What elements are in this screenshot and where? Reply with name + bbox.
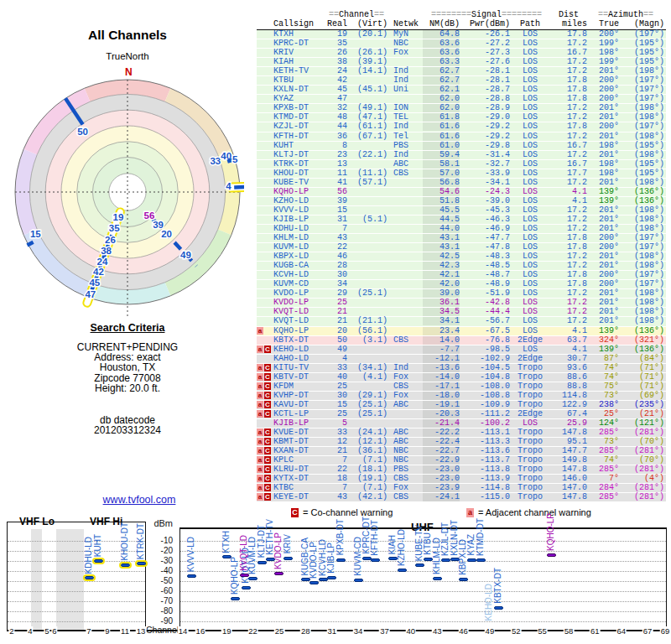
- cell-mi: 17.8: [550, 243, 587, 252]
- cell-real: 38: [325, 58, 347, 66]
- cell-virt: (26.1): [347, 49, 388, 57]
- cell-mag: (197°): [619, 95, 664, 103]
- cell-mi: 63.7: [550, 336, 587, 345]
- cell-real: 12: [325, 438, 347, 446]
- cell-real: 5: [325, 419, 347, 428]
- dbm-tick-label: -70: [149, 596, 173, 605]
- cell-mag: (195°): [619, 58, 664, 66]
- cell-cs: KBMT-DT: [272, 438, 325, 446]
- cell-mi: 16.7: [550, 49, 587, 57]
- channel-marker-label: 49: [180, 250, 191, 260]
- cell-nm: 63.6: [423, 49, 460, 57]
- cell-mag: (198°): [619, 104, 664, 112]
- cell-real: 45: [325, 86, 347, 94]
- col-pwr: Pwr(dBm): [460, 20, 510, 29]
- cell-real: 21: [325, 447, 347, 455]
- cell-mi: 147.8: [550, 428, 587, 437]
- channel-tick-label: 46: [458, 626, 469, 636]
- cell-virt: (14.1): [347, 67, 388, 75]
- cell-virt: (12.1): [347, 438, 388, 446]
- cell-mag: (195°): [619, 49, 664, 57]
- cell-path: LOS: [510, 95, 550, 103]
- cell-real: 43: [325, 234, 347, 242]
- cell-cs: KEHO-LD: [272, 345, 325, 354]
- cell-pwr: -34.1: [460, 179, 510, 187]
- cell-nm: 61.6: [423, 122, 460, 131]
- cell-real: 29: [325, 289, 347, 298]
- cell-mag: (198°): [619, 179, 664, 187]
- cell-net: CBS: [388, 336, 423, 345]
- table-row: KZJL-DT44(61.1)Ind61.6-29.2LOS17.8200°(1…: [257, 122, 666, 132]
- cell-mi: 17.2: [550, 104, 587, 112]
- cell-mag: (198°): [619, 317, 664, 325]
- cell-net: ABC: [388, 428, 423, 437]
- cell-mi: 17.8: [550, 95, 587, 103]
- channel-tick-label: 11: [120, 626, 130, 636]
- cell-true: 198°: [587, 169, 619, 178]
- co-channel-warning-badge: C: [264, 447, 271, 454]
- cell-cs: KPRC-DT: [272, 39, 325, 48]
- co-channel-warning-badge: C: [264, 465, 271, 473]
- cell-net: TEL: [388, 113, 423, 122]
- cell-nm: 64.8: [423, 30, 460, 39]
- cell-true: 7°: [587, 475, 619, 483]
- cell-cs: KLTJ-DT: [272, 151, 325, 159]
- cell-pwr: -104.5: [460, 364, 510, 372]
- cell-mag: (197°): [619, 76, 664, 85]
- warning-badges: a: [257, 327, 272, 335]
- cell-real: 25: [325, 299, 347, 307]
- cell-cs: KCVH-LD: [272, 271, 325, 279]
- group-header-channel: ==Channel==: [325, 11, 388, 19]
- signal-bar: [137, 562, 146, 565]
- channel-tick-label: 69: [660, 626, 671, 636]
- cell-mag: (198°): [619, 262, 664, 270]
- cell-true: 201°: [587, 225, 619, 233]
- cell-cs: KUBE-TV: [272, 179, 325, 187]
- cell-path: Tropo: [510, 447, 550, 455]
- cell-mag: (197°): [619, 280, 664, 288]
- channel-tick-label: 52: [511, 626, 522, 636]
- cell-mag: (198°): [619, 308, 664, 316]
- cell-path: LOS: [510, 179, 550, 187]
- cell-path: Tropo: [510, 428, 550, 437]
- bar-callsign-label: KTMD-DT: [476, 518, 486, 556]
- cell-net: NBC: [388, 447, 423, 455]
- bar-callsign-label: KRIV: [283, 534, 293, 553]
- cell-true: 198°: [587, 142, 619, 150]
- cell-nm: -18.0: [423, 392, 460, 400]
- cell-pwr: -27.2: [460, 39, 510, 48]
- cell-virt: (39.1): [347, 58, 388, 66]
- cell-virt: (3.1): [347, 336, 388, 345]
- cell-virt: (61.1): [347, 122, 388, 131]
- group-header-signal: ========Signal========: [423, 11, 550, 19]
- cell-mag: (71°): [619, 364, 664, 372]
- cell-mag: (281°): [619, 493, 664, 501]
- channel-tick-label: 34: [353, 626, 364, 636]
- signal-ring: [109, 174, 146, 210]
- dbm-tick-label: -10: [149, 536, 173, 545]
- cell-path: LOS: [510, 39, 550, 48]
- cell-mi: 17.2: [550, 206, 587, 215]
- co-channel-warning-badge: C: [264, 392, 271, 399]
- cell-path: LOS: [510, 243, 550, 252]
- tvfool-link[interactable]: www.tvfool.com: [81, 494, 198, 506]
- cell-cs: KJIB-LP: [272, 419, 325, 428]
- signal-bar: [85, 576, 94, 579]
- channel-tick-label: 67: [642, 626, 653, 636]
- cell-real: 15: [325, 206, 347, 215]
- cell-real: 21: [325, 308, 347, 316]
- cell-true: 201°: [587, 132, 619, 141]
- signal-bar: [121, 564, 130, 567]
- legend-adjacent-channel: a = Adjacent channel warning: [466, 507, 591, 517]
- cell-true: 201°: [587, 151, 619, 159]
- cell-net: ION: [388, 104, 423, 112]
- cell-pwr: -48.5: [460, 262, 510, 270]
- cell-cs: KZHO-LD: [272, 197, 325, 205]
- cell-pwr: -102.9: [460, 355, 510, 363]
- channel-marker-label: 47: [85, 289, 96, 299]
- cell-true: 74°: [587, 373, 619, 382]
- cell-cs: KQHO-LP: [272, 327, 325, 335]
- cell-cs: KTXH: [272, 30, 325, 39]
- cell-mag: (321°): [619, 336, 664, 345]
- cell-net: ABC: [388, 438, 423, 446]
